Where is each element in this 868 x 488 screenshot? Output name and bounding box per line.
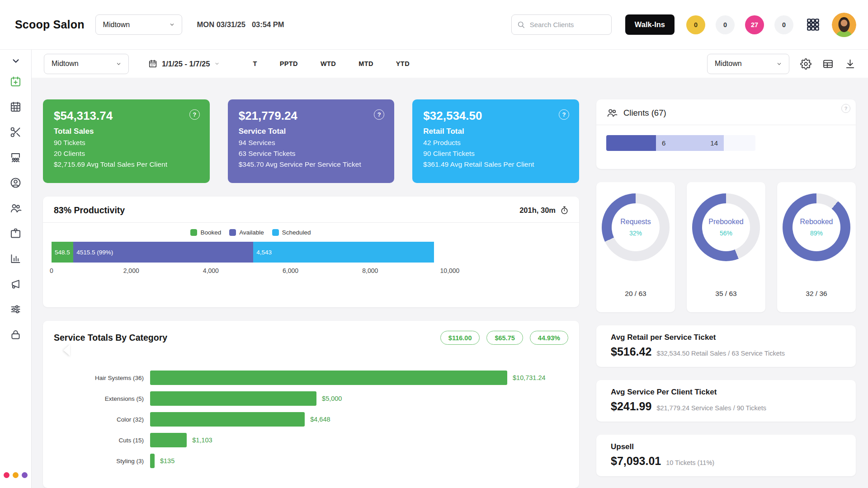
axis-tick: 2,000 — [123, 267, 139, 274]
tab-wtd[interactable]: WTD — [321, 60, 336, 67]
tab-ytd[interactable]: YTD — [396, 60, 410, 67]
tab-t[interactable]: T — [253, 60, 257, 67]
service-category-label: Extensions (5) — [54, 395, 150, 402]
legend-swatch — [190, 229, 197, 236]
help-icon[interactable]: ? — [841, 104, 850, 113]
stat-title: Retail Total — [423, 127, 568, 136]
user-avatar[interactable] — [832, 13, 856, 37]
productivity-legend: BookedAvailableScheduled — [52, 229, 450, 236]
header-location-select[interactable]: Midtown — [95, 14, 182, 35]
clients-people-icon — [606, 107, 618, 118]
clients-bar-segment-1 — [606, 135, 656, 151]
axis-tick: 0 — [50, 267, 53, 274]
service-metric-pill-3[interactable]: 44.93% — [530, 331, 568, 345]
notification-badges: 00270 — [686, 15, 793, 34]
axis-tick: 10,000 — [440, 267, 460, 274]
sidebar-item-calendar-plus[interactable] — [6, 71, 26, 91]
sidebar-item-user-circle[interactable] — [6, 173, 26, 192]
apps-grid-icon[interactable] — [806, 18, 820, 32]
legend-label: Scheduled — [282, 229, 311, 236]
chevron-down-icon — [115, 61, 122, 67]
user-circle-icon — [9, 177, 22, 189]
sidebar-item-bar-chart[interactable] — [6, 249, 26, 268]
toolbar-right: Midtown — [707, 54, 856, 74]
notification-badge-1[interactable]: 0 — [686, 15, 705, 34]
dashboard-content: $54,313.74?Total Sales90 Tickets20 Clien… — [32, 78, 868, 488]
stat-line: $361.49 Avg Retail Sales Per Client — [423, 160, 568, 169]
service-category-value: $10,731.24 — [513, 374, 546, 381]
drawer-collapse-arrow[interactable] — [63, 344, 70, 356]
service-category-bar — [150, 433, 187, 447]
brand-logo: Scoop Salon — [15, 18, 85, 31]
productivity-segment-available: 4515.5 (99%) — [73, 242, 253, 263]
legend-label: Available — [239, 229, 264, 236]
help-icon[interactable]: ? — [189, 109, 200, 120]
legend-label: Booked — [200, 229, 221, 236]
service-category-row: Styling (3)$135 — [54, 454, 568, 468]
stat-line: 63 Service Tickets — [239, 150, 384, 158]
sidebar-item-package[interactable] — [6, 223, 26, 243]
sidebar-status-dots — [4, 472, 28, 478]
search-input[interactable] — [511, 14, 612, 35]
current-date: MON 03/31/25 — [197, 20, 245, 29]
tab-pptd[interactable]: PPTD — [280, 60, 298, 67]
kpi-card-avg-service-per-client-ticket: Avg Service Per Client Ticket$241.99$21,… — [596, 380, 856, 422]
donut-cards-row: Requests32%20 / 63Prebooked56%35 / 63Reb… — [596, 182, 856, 312]
status-dot-1 — [4, 472, 9, 478]
team-icon — [9, 151, 22, 164]
stat-card-retail-total: $32,534.50?Retail Total42 Products90 Cli… — [412, 99, 579, 183]
report-toolbar: Midtown 1/1/25 - 1/7/25 TPPTDWTDMTDYTD — [32, 50, 868, 78]
sidebar-item-megaphone[interactable] — [6, 274, 26, 294]
table-icon[interactable] — [822, 58, 834, 70]
kpi-row: $516.42$32,534.50 Retail Sales / 63 Serv… — [611, 345, 841, 358]
report-location-select[interactable]: Midtown — [707, 54, 789, 74]
axis-tick: 4,000 — [203, 267, 219, 274]
tab-mtd[interactable]: MTD — [359, 60, 373, 67]
sliders-icon — [9, 303, 22, 315]
walk-ins-button[interactable]: Walk-Ins — [625, 14, 675, 35]
clients-card: Clients (67) ? 614 — [596, 99, 856, 169]
chevron-down-icon — [169, 21, 175, 28]
donut-center: Requests32% — [602, 193, 670, 261]
sidebar-item-sliders[interactable] — [6, 299, 26, 319]
notification-badge-4[interactable]: 0 — [774, 15, 793, 34]
chevron-down-icon — [214, 61, 220, 67]
gear-icon[interactable] — [800, 58, 811, 70]
service-totals-card: Service Totals By Category $116.00$65.75… — [43, 321, 579, 488]
service-category-value: $5,000 — [322, 395, 342, 402]
notification-badge-2[interactable]: 0 — [716, 15, 735, 34]
service-category-bar — [150, 412, 305, 427]
service-category-row: Extensions (5)$5,000 — [54, 391, 568, 406]
service-category-value: $1,103 — [192, 436, 212, 444]
sidebar-item-team[interactable] — [6, 147, 26, 167]
lock-icon — [9, 328, 22, 341]
sidebar-item-lock[interactable] — [6, 324, 26, 344]
toolbar-location-value: Midtown — [52, 60, 79, 68]
current-time: 03:54 PM — [252, 20, 284, 29]
donut-chart: Prebooked56% — [692, 193, 760, 261]
sidebar-item-users[interactable] — [6, 198, 26, 218]
kpi-title: Avg Retail per Service Ticket — [611, 333, 841, 342]
header-location-value: Midtown — [103, 21, 130, 29]
donut-fraction: 35 / 63 — [715, 290, 736, 298]
service-totals-pills: $116.00$65.7544.93% — [440, 331, 568, 345]
toolbar-location-select[interactable]: Midtown — [44, 54, 129, 74]
service-metric-pill-1[interactable]: $116.00 — [440, 331, 480, 345]
service-category-chart: Hair Systems (36)$10,731.24Extensions (5… — [54, 371, 568, 468]
sidebar-item-scissors[interactable] — [6, 122, 26, 142]
download-icon[interactable] — [844, 58, 856, 70]
legend-item-scheduled: Scheduled — [272, 229, 311, 236]
sidebar-item-calendar[interactable] — [6, 97, 26, 117]
sidebar-item-chevron-down[interactable] — [6, 54, 26, 68]
service-metric-pill-2[interactable]: $65.75 — [486, 331, 523, 345]
date-range-picker[interactable]: 1/1/25 - 1/7/25 — [148, 59, 220, 69]
kpi-detail: $21,779.24 Service Sales / 90 Tickets — [656, 404, 766, 412]
status-dot-3 — [22, 472, 28, 478]
donut-percent: 32% — [629, 230, 642, 237]
help-icon[interactable]: ? — [559, 109, 569, 120]
scissors-icon — [9, 126, 22, 138]
kpi-title: Avg Service Per Client Ticket — [611, 388, 841, 397]
notification-badge-3[interactable]: 27 — [745, 15, 764, 34]
legend-swatch — [229, 229, 236, 236]
kpi-detail: $32,534.50 Retail Sales / 63 Service Tic… — [656, 350, 785, 357]
